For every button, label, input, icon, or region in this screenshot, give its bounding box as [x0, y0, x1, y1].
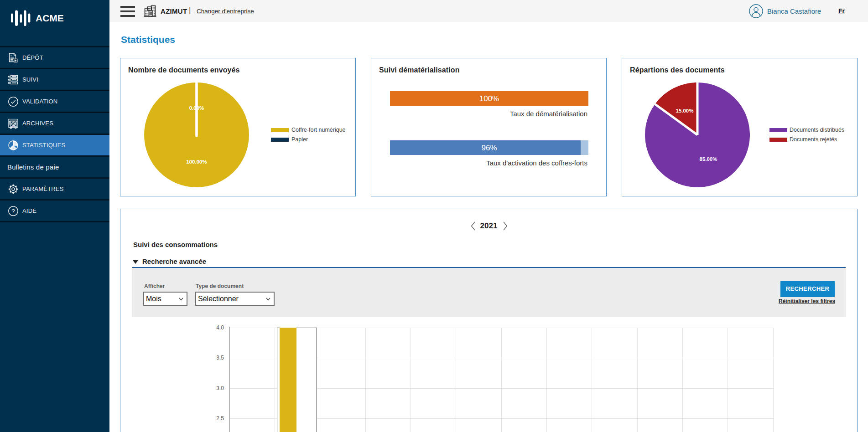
- svg-text:?: ?: [11, 207, 15, 214]
